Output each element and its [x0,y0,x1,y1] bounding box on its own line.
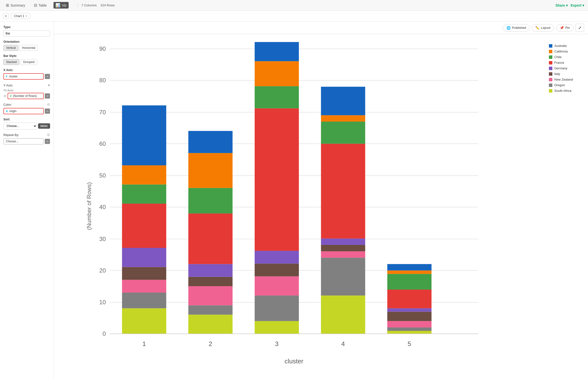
bar-cluster5-italy [387,312,431,321]
vertical-button[interactable]: Vertical [3,45,18,51]
nav-summary[interactable]: ⊞ Summary [4,2,27,9]
y1-field-name: (Number of Rows) [13,94,37,98]
legend-color-swatch [549,89,552,93]
y1-minus-button[interactable]: − [45,93,50,99]
bar-cluster2-new-zealand [188,286,232,305]
chart-tab[interactable]: Chart 1 ▾ [11,13,30,19]
nav-right: Share ▾ Export ▾ [556,3,584,7]
bar-cluster5-australia [387,264,431,270]
bar-cluster2-germany [188,264,232,277]
stacked-button[interactable]: Stacked [3,59,19,65]
svg-text:90: 90 [99,45,106,52]
x-axis-title-label: cluster [284,357,303,365]
color-field-name: origin [9,109,16,113]
bar-style-buttons: Stacked Grouped [3,59,50,65]
legend-color-swatch [549,55,552,59]
x-axis-field[interactable]: F cluster [3,73,44,80]
export-button[interactable]: Export ▾ [571,3,584,7]
svg-text:30: 30 [99,236,106,242]
nav-viz[interactable]: 📊 Viz [53,2,68,9]
chart-tab-chevron-icon: ▾ [26,15,27,17]
sort-row: Choose... DESC [3,122,50,129]
sort-desc-button[interactable]: DESC [38,123,50,129]
repeat-group: Repeat By: ⚙ Choose... − [3,133,50,145]
bar-cluster4-france [321,144,365,239]
bar-cluster4-germany [321,239,365,245]
y1-axis-field[interactable]: # (Number of Rows) [8,93,44,99]
legend: AustraliaCaliforniaChileFranceGermanyIta… [544,39,583,373]
y-axis-label: Y Axis: [3,83,13,87]
bar-cluster4-chile [321,122,365,144]
expand-button[interactable]: ⤢ [575,24,584,32]
sort-select[interactable]: Choose... [3,122,37,129]
chart-topbar: 🌐 Published ✏️ Layout 📌 Pin ⤢ [54,22,588,34]
legend-item-label: New Zealand [554,78,573,81]
svg-text:0: 0 [103,330,106,337]
y-axis-group: Y Axis: + Y1 Axis: ⚙ # (Number of Rows) … [3,83,50,99]
bar-cluster2-france [188,213,232,264]
repeat-row: Choose... − [3,138,50,145]
bar-chart: (Number of Rows) [59,39,544,373]
legend-color-swatch [549,78,552,81]
bar-cluster5-california [387,270,431,274]
orientation-label: Orientation: [3,40,50,43]
sort-group: Sort: Choose... DESC [3,118,50,129]
bar-cluster2-australia [188,131,232,153]
pin-icon: 📌 [560,26,564,30]
nav-table[interactable]: ⊟ Table [32,2,49,9]
table-icon: ⊟ [34,3,37,8]
nav-meta: 7 Columns 324 Rows [77,3,115,7]
color-minus-button[interactable]: − [45,108,50,114]
color-field[interactable]: A origin [3,108,44,114]
color-label: Color: [3,103,12,107]
main-container: Type: Bar Orientation: Vertical Horizont… [0,22,588,378]
legend-item-label: Chile [554,55,562,59]
published-label: Published [512,26,526,29]
y-axis-plus-button[interactable]: + [48,83,50,87]
bar-cluster4-italy [321,245,365,251]
color-label-row: Color: ⚙ [3,103,50,107]
pin-button[interactable]: 📌 Pin [556,24,574,31]
legend-item: France [549,61,583,65]
orientation-buttons: Vertical Horizontal [3,45,50,51]
bar-cluster1-south-africa [122,308,166,334]
expand-icon: ⤢ [578,26,581,30]
chart-wrapper: (Number of Rows) [59,39,583,373]
legend-item-label: Italy [554,72,560,76]
repeat-gear-icon[interactable]: ⚙ [47,133,50,137]
published-button[interactable]: 🌐 Published [503,24,530,31]
legend-item-label: California [554,50,568,53]
y-axis-title: (Number of Rows) [86,182,92,230]
legend-item-label: South Africa [554,89,571,93]
sort-label: Sort: [3,118,50,121]
type-select[interactable]: Bar [3,30,50,37]
y-axis-label-row: Y Axis: + [3,83,50,87]
grouped-button[interactable]: Grouped [20,59,37,65]
chart-area: (Number of Rows) [54,34,588,378]
svg-text:10: 10 [99,299,106,306]
repeat-minus-button[interactable]: − [45,139,50,144]
legend-item: South Africa [549,89,583,93]
repeat-field[interactable]: Choose... [3,138,44,145]
x-axis-minus-button[interactable]: − [45,74,50,79]
nav-left: ⊞ Summary ⊟ Table 📊 Viz 7 Columns 324 Ro… [4,2,115,9]
share-button[interactable]: Share ▾ [556,3,568,7]
x-label-4: 4 [341,340,345,348]
x-label-3: 3 [275,340,279,348]
horizontal-button[interactable]: Horizontal [19,45,38,51]
bar-cluster1-france [122,204,166,248]
color-gear-icon[interactable]: ⚙ [47,103,50,107]
x-axis-row: F cluster − [3,73,50,80]
y1-type-icon: # [10,94,12,97]
color-row: A origin − [3,108,50,114]
bar-style-label: Bar Style: [3,54,50,58]
y1-axis-label: Y1 Axis: [3,89,50,92]
add-chart-button[interactable]: + [3,13,9,19]
layout-button[interactable]: ✏️ Layout [532,24,554,31]
bar-cluster4-australia [321,87,365,115]
left-panel: Type: Bar Orientation: Vertical Horizont… [0,22,54,378]
legend-item: New Zealand [549,78,583,81]
y1-gear-icon[interactable]: ⚙ [3,94,7,98]
legend-item: Oregon [549,83,583,87]
x-label-5: 5 [408,340,411,348]
